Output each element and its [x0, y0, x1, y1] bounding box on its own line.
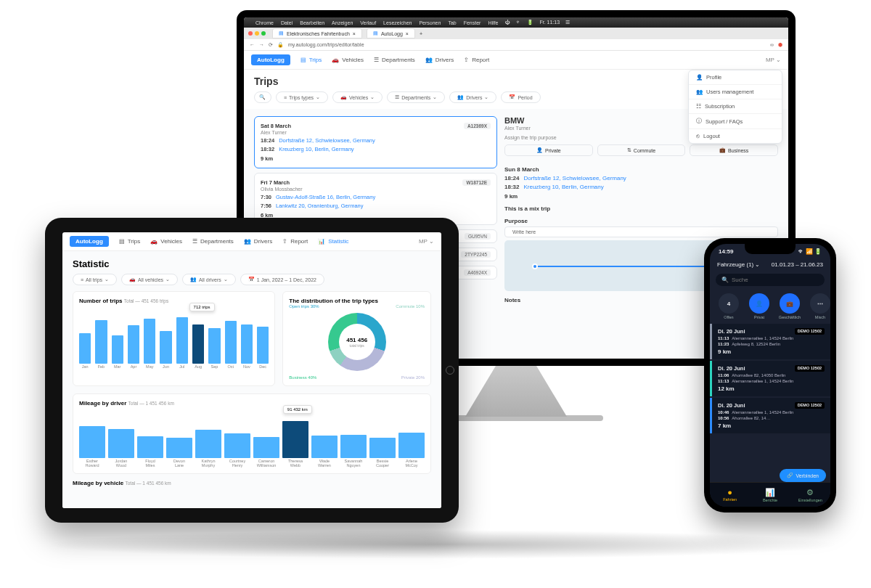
nav-trips[interactable]: ▤ Trips — [300, 57, 322, 63]
nav-vehicles[interactable]: 🚗 Vehicles — [150, 238, 182, 245]
nav-departments[interactable]: ☰ Departments — [374, 57, 415, 63]
tab-private[interactable]: 👤Privat — [746, 293, 772, 319]
menu-subscription[interactable]: ☷ Subscription — [689, 99, 782, 114]
filter-vehicles[interactable]: 🚗 Vehicles ⌄ — [332, 91, 383, 103]
app-navbar: AutoLogg ▤ Trips 🚗 Vehicles ☰ Department… — [244, 51, 788, 70]
menu-logout[interactable]: ⎋ Logout — [689, 129, 782, 143]
filter-types[interactable]: ≡ Trips types ⌄ — [276, 91, 328, 103]
phone-header: Fahrzeuge (1) ⌄ 01.01.23 – 21.06.23 — [710, 258, 830, 271]
new-tab-button[interactable]: + — [420, 31, 422, 36]
filter-departments[interactable]: ☰ Departments ⌄ — [387, 91, 445, 103]
app-navbar: AutoLogg ▤ Trips 🚗 Vehicles ☰ Department… — [62, 232, 441, 251]
purpose-commute[interactable]: ⇅ Commute — [597, 144, 686, 156]
purpose-business[interactable]: 💼 Business — [690, 144, 778, 156]
nav-report[interactable]: ⇪ Report — [464, 57, 489, 63]
browser-tab-active[interactable]: ▤AutoLogg× — [367, 28, 415, 38]
stat-filter-trips[interactable]: ≡ All trips ⌄ — [73, 274, 117, 285]
mobile-trip-list: Di. 20 JuniDEMO 12502 11:13Alemannenalle… — [710, 324, 830, 482]
nav-drivers[interactable]: 👥 Drivers — [425, 57, 454, 63]
connect-button[interactable]: 🔗 Verbinden — [780, 469, 826, 482]
filter-period[interactable]: 📅 Period — [501, 91, 540, 103]
tooltip: 712 trips — [189, 303, 215, 311]
date-range[interactable]: 01.01.23 – 21.06.23 — [772, 261, 823, 268]
purpose-input[interactable]: Write here — [504, 226, 778, 237]
mobile-trip[interactable]: Di. 20 JuniDEMO 12502 11:13Alemannenalle… — [710, 324, 830, 359]
filter-drivers[interactable]: 👥 Drivers ⌄ — [449, 91, 496, 103]
chart-num-trips: Number of trips Total — 451 456 trips 71… — [73, 291, 275, 386]
home-button[interactable] — [446, 366, 454, 375]
search-input[interactable]: 🔍 — [254, 91, 271, 103]
menu-users[interactable]: 👥 Users management — [689, 85, 782, 99]
page-title: Statistic — [73, 258, 431, 269]
stat-filter-drivers[interactable]: 👥 All drivers ⌄ — [182, 274, 236, 285]
tab-misc[interactable]: ⋯Misch — [807, 293, 830, 319]
address-bar[interactable]: ←→⟳ 🔒my.autologg.com/trips/editor/table … — [244, 39, 788, 51]
menu-support[interactable]: ⓘ Support / FAQs — [689, 114, 782, 129]
purpose-private[interactable]: 👤 Private — [504, 144, 593, 156]
user-badge[interactable]: MP ⌄ — [419, 238, 434, 245]
ipad-device: AutoLogg ▤ Trips 🚗 Vehicles ☰ Department… — [45, 218, 459, 523]
macos-menubar: ChromeDateiBearbeitenAnzeigenVerlaufLese… — [244, 17, 788, 28]
nav-berichte[interactable]: 📊Berichte — [750, 483, 790, 507]
nav-einstellungen[interactable]: ⚙Einstellungen — [790, 483, 830, 507]
tooltip: 91 432 km — [283, 405, 312, 414]
nav-drivers[interactable]: 👥 Drivers — [244, 238, 272, 245]
trip-card[interactable]: Sat 8 MarchA12369X Alex Turner 18:24Dorf… — [254, 116, 497, 168]
user-badge[interactable]: MP ⌄ — [766, 57, 781, 63]
search-input[interactable]: 🔍 Suche — [716, 274, 825, 286]
category-tabs: 4Offen 👤Privat 💼Geschäftlich ⋯Misch — [710, 289, 830, 324]
clock: Fr. 11:13 — [539, 20, 560, 25]
nav-fahrten[interactable]: ●Fahrten — [710, 483, 750, 507]
reflection-shadow — [44, 530, 842, 559]
nav-vehicles[interactable]: 🚗 Vehicles — [332, 57, 364, 63]
brand-logo: AutoLogg — [70, 236, 109, 247]
tab-open[interactable]: 4Offen — [716, 293, 742, 319]
user-menu: 👤 Profile 👥 Users management ☷ Subscript… — [688, 70, 782, 144]
brand-logo: AutoLogg — [251, 54, 290, 65]
chart-distribution: The distribution of the trip types Open … — [282, 291, 431, 386]
vehicle-selector[interactable]: Fahrzeuge (1) ⌄ — [717, 261, 760, 268]
mobile-trip[interactable]: Di. 20 JuniDEMO 12502 11:06Ahornallee 82… — [710, 361, 830, 396]
nav-report[interactable]: ⇪ Report — [282, 238, 308, 245]
tab-business[interactable]: 💼Geschäftlich — [777, 293, 803, 319]
nav-trips[interactable]: ▤ Trips — [119, 238, 140, 245]
menu-profile[interactable]: 👤 Profile — [689, 70, 782, 85]
mobile-trip[interactable]: Di. 20 JuniDEMO 12502 10:46Alemannenalle… — [710, 398, 830, 433]
donut-chart: 451 456total trips — [328, 313, 386, 371]
stat-filter-vehicles[interactable]: 🚗 All vehicles ⌄ — [121, 274, 178, 285]
browser-tabs: ▤Elektronisches Fahrtenbuch× ▤AutoLogg× … — [244, 28, 788, 39]
nav-departments[interactable]: ☰ Departments — [192, 238, 234, 245]
bottom-nav: ●Fahrten 📊Berichte ⚙Einstellungen — [710, 482, 830, 507]
stat-filter-range[interactable]: 📅 1 Jan, 2022 – 1 Dec, 2022 — [240, 274, 324, 285]
nav-statistic[interactable]: 📊 Statistic — [318, 238, 348, 245]
browser-tab[interactable]: ▤Elektronisches Fahrtenbuch× — [272, 28, 362, 38]
chart-mileage-driver: Mileage by driver Total — 1 451 456 km 9… — [73, 393, 431, 474]
iphone-device: 14:59ᯤ 📶 🔋 Fahrzeuge (1) ⌄ 01.01.23 – 21… — [704, 238, 836, 513]
